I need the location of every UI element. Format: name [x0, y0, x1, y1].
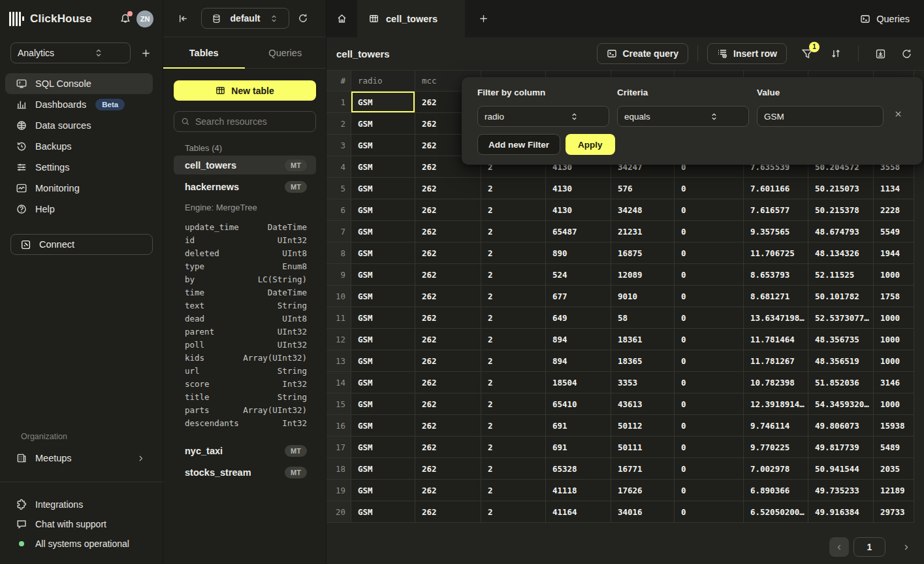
filter-value-input[interactable] [764, 112, 876, 122]
grid-cell[interactable]: 1134 [874, 178, 914, 199]
grid-cell[interactable]: GSM [351, 264, 415, 286]
sort-icon[interactable] [830, 48, 842, 59]
grid-cell[interactable]: GSM [351, 350, 415, 372]
grid-cell[interactable]: 48.356735 [808, 329, 874, 350]
insert-row-button[interactable]: Insert row [707, 43, 787, 64]
grid-cell[interactable]: 2 [481, 458, 546, 480]
grid-cell[interactable]: GSM [351, 135, 415, 156]
grid-cell[interactable]: GSM [351, 242, 415, 264]
search-resources-input[interactable] [195, 116, 309, 127]
remove-filter-icon[interactable] [894, 110, 902, 118]
grid-cell[interactable]: 262 [415, 415, 481, 437]
filter-icon[interactable]: 1 [801, 48, 814, 60]
grid-cell[interactable]: 0 [675, 458, 744, 480]
grid-cell[interactable]: 262 [415, 480, 481, 501]
grid-cell[interactable]: 10.782398 [744, 372, 808, 393]
grid-cell[interactable]: 262 [415, 286, 481, 307]
add-new-filter-button[interactable]: Add new Filter [477, 134, 560, 155]
grid-cell[interactable]: 2 [481, 221, 546, 242]
next-page-button[interactable] [895, 537, 917, 557]
grid-cell[interactable]: 58 [611, 307, 675, 329]
grid-cell[interactable]: 18504 [546, 372, 611, 393]
grid-cell[interactable]: 2 [481, 372, 546, 393]
grid-cell[interactable]: 890 [546, 242, 611, 264]
grid-cell[interactable]: GSM [351, 329, 415, 350]
grid-cell[interactable]: 2 [481, 242, 546, 264]
previous-page-button[interactable] [829, 537, 849, 557]
grid-cell[interactable]: 262 [415, 307, 481, 329]
grid-cell[interactable]: 12.3918914… [744, 393, 808, 415]
grid-cell[interactable]: 262 [415, 199, 481, 221]
sidebar-item-all-systems-operational[interactable]: All systems operational [5, 534, 158, 554]
sidebar-item-dashboards[interactable]: DashboardsBeta [5, 94, 153, 115]
grid-cell[interactable]: GSM [351, 221, 415, 242]
grid-cell[interactable]: 18361 [611, 329, 675, 350]
grid-cell[interactable]: 8.653793 [744, 264, 808, 286]
sidebar-item-meetups[interactable]: Meetups [5, 448, 153, 469]
grid-cell[interactable]: 34016 [611, 501, 675, 523]
grid-cell[interactable]: 11.706725 [744, 242, 808, 264]
connect-button[interactable]: Connect [10, 234, 153, 255]
grid-cell[interactable]: 48.356519 [808, 350, 874, 372]
new-table-button[interactable]: New table [174, 80, 316, 101]
grid-cell[interactable]: 262 [415, 178, 481, 199]
grid-cell[interactable]: 41164 [546, 501, 611, 523]
grid-cell[interactable]: 2 [481, 501, 546, 523]
grid-cell[interactable]: GSM [351, 393, 415, 415]
new-tab-button[interactable] [473, 0, 493, 37]
sidebar-item-monitoring[interactable]: Monitoring [5, 178, 153, 199]
grid-cell[interactable]: 691 [546, 415, 611, 437]
grid-cell[interactable]: 49.806073 [808, 415, 874, 437]
grid-cell[interactable]: 50.941544 [808, 458, 874, 480]
grid-cell[interactable]: 12189 [874, 480, 914, 501]
grid-cell[interactable]: 50.101782 [808, 286, 874, 307]
grid-cell[interactable]: 11.781267 [744, 350, 808, 372]
grid-cell[interactable]: 13.6347198… [744, 307, 808, 329]
grid-cell[interactable]: 262 [415, 350, 481, 372]
grid-cell[interactable]: 2228 [874, 199, 914, 221]
grid-cell[interactable]: GSM [351, 178, 415, 199]
grid-cell[interactable]: 7.601166 [744, 178, 808, 199]
grid-cell[interactable]: 18365 [611, 350, 675, 372]
grid-cell[interactable]: 2 [481, 437, 546, 458]
grid-cell[interactable]: 52.11525 [808, 264, 874, 286]
current-page-button[interactable]: 1 [853, 537, 885, 557]
sidebar-item-settings[interactable]: Settings [5, 157, 153, 178]
grid-cell[interactable]: GSM [351, 415, 415, 437]
grid-cell[interactable]: GSM [351, 156, 415, 178]
grid-cell[interactable]: GSM [351, 480, 415, 501]
criteria-select[interactable]: equals [617, 106, 749, 127]
sidebar-item-data-sources[interactable]: Data sources [5, 115, 153, 136]
grid-cell[interactable]: 0 [675, 350, 744, 372]
grid-cell[interactable]: 9.746114 [744, 415, 808, 437]
grid-cell[interactable]: GSM [351, 113, 415, 135]
add-workspace-button[interactable] [141, 48, 151, 58]
grid-cell[interactable]: 2 [481, 307, 546, 329]
grid-cell[interactable]: 262 [415, 393, 481, 415]
grid-cell[interactable]: GSM [351, 372, 415, 393]
grid-cell[interactable]: 1000 [874, 350, 914, 372]
grid-cell[interactable]: 262 [415, 372, 481, 393]
grid-cell[interactable]: 41118 [546, 480, 611, 501]
table-list-item-cell_towers[interactable]: cell_towersMT [174, 156, 316, 174]
grid-cell[interactable]: 17626 [611, 480, 675, 501]
grid-cell[interactable]: 9.357565 [744, 221, 808, 242]
grid-cell[interactable]: 12089 [611, 264, 675, 286]
grid-cell[interactable]: 677 [546, 286, 611, 307]
grid-cell[interactable]: 262 [415, 264, 481, 286]
grid-cell[interactable]: 7.616577 [744, 199, 808, 221]
queries-button[interactable]: Queries [860, 0, 910, 37]
grid-cell[interactable]: 0 [675, 372, 744, 393]
grid-cell[interactable]: 894 [546, 329, 611, 350]
create-query-button[interactable]: Create query [597, 43, 689, 64]
grid-cell[interactable]: 0 [675, 501, 744, 523]
grid-cell[interactable]: 43613 [611, 393, 675, 415]
grid-header-cell[interactable]: # [327, 71, 351, 91]
grid-cell[interactable]: 16771 [611, 458, 675, 480]
grid-cell[interactable]: 29733 [874, 501, 914, 523]
grid-cell[interactable]: 52.5373077… [808, 307, 874, 329]
sidebar-item-backups[interactable]: Backups [5, 136, 153, 157]
sidebar-item-chat-with-support[interactable]: Chat with support [5, 514, 158, 534]
grid-cell[interactable]: 2 [481, 199, 546, 221]
home-tab-icon[interactable] [327, 0, 357, 37]
